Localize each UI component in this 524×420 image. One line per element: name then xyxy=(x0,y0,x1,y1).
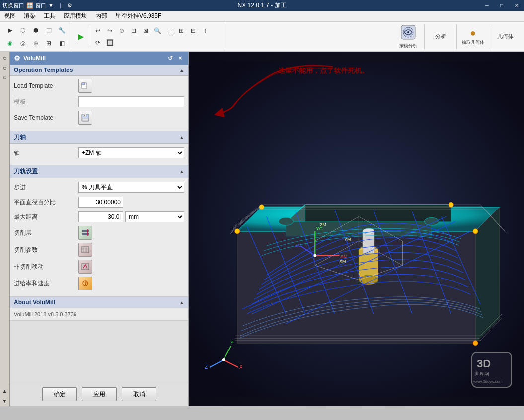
toolbar-play-btn[interactable]: ▶ xyxy=(74,30,88,44)
toolbar-separator xyxy=(424,24,425,49)
step-select[interactable]: % 刀具平直 xyxy=(78,182,184,193)
extract-geo-button[interactable]: ● 抽取几何体 xyxy=(458,24,488,50)
toolbar-btn-9[interactable]: ⊞ xyxy=(43,37,55,49)
toolbar-btn-4[interactable]: ◫ xyxy=(43,24,55,36)
minimize-button[interactable]: ─ xyxy=(479,0,494,11)
about-toggle[interactable]: ▲ xyxy=(179,300,184,305)
analysis-label: 按模分析 xyxy=(399,43,417,49)
non-cutting-label: 非切削移动 xyxy=(14,263,78,271)
window-switch-label: 切换窗口 xyxy=(2,2,24,9)
toolbar-small-6[interactable]: 🔍 xyxy=(152,25,163,36)
save-template-button[interactable] xyxy=(78,111,92,125)
analysis-icon xyxy=(400,24,416,42)
svg-line-61 xyxy=(224,360,238,367)
toolbar-small-1[interactable]: ↩ xyxy=(92,25,103,36)
panel-title-bar: ⚙ VoluMill ↺ × xyxy=(10,52,188,65)
step-label: 步进 xyxy=(14,183,78,192)
menu-internal[interactable]: 内部 xyxy=(91,11,111,21)
nx-gear-icon: ⚙ xyxy=(67,2,72,9)
toolbar-btn-2[interactable]: ⬡ xyxy=(17,24,29,36)
ok-button[interactable]: 确定 xyxy=(42,387,77,401)
toolbar-btn-1[interactable]: ▶ xyxy=(4,24,16,36)
left-panel-btn-2[interactable]: D xyxy=(0,64,9,72)
panel-close-icon[interactable]: × xyxy=(176,54,184,62)
toolbar-small-3[interactable]: ⊘ xyxy=(116,25,127,36)
max-distance-input[interactable] xyxy=(78,211,123,222)
svg-rect-10 xyxy=(84,115,85,116)
toolbar-small-11[interactable]: ⟳ xyxy=(92,37,103,48)
cutting-layer-label: 切削层 xyxy=(14,229,78,237)
svg-line-63 xyxy=(224,346,231,360)
cutting-params-label: 切削参数 xyxy=(14,246,78,254)
about-content: VoluMill 2018 v8.5.0.3736 xyxy=(10,308,188,320)
menu-plugin[interactable]: 星空外挂V6.935F xyxy=(111,11,165,21)
left-panel-btn-3[interactable]: B xyxy=(0,73,9,82)
toolbar-small-12[interactable]: 🔲 xyxy=(104,37,115,48)
toolbar-btn-6[interactable]: ◉ xyxy=(4,37,16,49)
axis-select[interactable]: +ZM 轴 xyxy=(78,147,184,158)
title-bar-controls: ─ □ ✕ xyxy=(479,0,524,11)
tool-axis-content: 轴 +ZM 轴 xyxy=(10,144,188,165)
toolpath-settings-section: 刀轨设置 ▲ 步进 % 刀具平直 平面直径百分比 最大距离 xyxy=(10,165,188,297)
left-panel-scroll-up[interactable]: ▲ xyxy=(0,386,9,395)
about-label: About VoluMill xyxy=(14,299,55,306)
operation-templates-header[interactable]: Operation Templates ▲ xyxy=(10,65,188,76)
svg-rect-9 xyxy=(82,118,88,121)
toolbar-section-left: ▶ ⬡ ⬢ ◫ 🔧 ◉ ◎ ⊕ ⊞ ◧ xyxy=(1,23,71,51)
maximize-button[interactable]: □ xyxy=(494,0,509,11)
cutting-layer-button[interactable] xyxy=(78,226,92,240)
menu-app-module[interactable]: 应用模块 xyxy=(60,11,91,21)
template-field-input[interactable] xyxy=(78,96,184,107)
watermark-svg: 3D 世界网 www.3dcyw.com xyxy=(469,350,519,395)
toolbar-btn-5[interactable]: 🔧 xyxy=(56,24,68,36)
cancel-button[interactable]: 取消 xyxy=(122,387,156,401)
main-layout: D D B ▲ ▼ ⚙ VoluMill ↺ × Operation Templ… xyxy=(0,52,524,406)
load-template-button[interactable] xyxy=(78,79,92,93)
toolbar-right-section: 按模分析 分析 ● 抽取几何体 几何体 xyxy=(393,24,524,50)
window-dropdown-icon[interactable]: ▼ xyxy=(48,2,54,8)
toolbar-small-7[interactable]: ⛶ xyxy=(164,25,175,36)
operation-templates-section: Operation Templates ▲ Load Template xyxy=(10,65,188,131)
left-panel-btn-1[interactable]: D xyxy=(0,54,9,63)
toolbar-btn-8[interactable]: ⊕ xyxy=(30,37,42,49)
toolbar-small-9[interactable]: ⊟ xyxy=(188,25,199,36)
about-header[interactable]: About VoluMill ▲ xyxy=(10,297,188,308)
toolpath-settings-header[interactable]: 刀轨设置 ▲ xyxy=(10,165,188,178)
watermark-logo: 3D 世界网 www.3dcyw.com xyxy=(469,350,519,396)
menu-view[interactable]: 视图 xyxy=(0,11,20,21)
toolbar-small-5[interactable]: ⊠ xyxy=(140,25,151,36)
cutting-params-button[interactable] xyxy=(78,243,92,257)
menu-tools[interactable]: 工具 xyxy=(40,11,60,21)
operation-templates-label: Operation Templates xyxy=(14,67,73,73)
toolbar-btn-10[interactable]: ◧ xyxy=(56,37,68,49)
svg-point-2 xyxy=(407,31,409,33)
apply-button[interactable]: 应用 xyxy=(82,387,117,401)
non-cutting-button[interactable] xyxy=(78,260,92,274)
toolpath-settings-toggle[interactable]: ▲ xyxy=(179,169,184,174)
left-panel-scroll-down[interactable]: ▼ xyxy=(0,396,9,405)
toolbar-small-2[interactable]: ↪ xyxy=(104,25,115,36)
operation-templates-toggle[interactable]: ▲ xyxy=(179,68,184,73)
toolbar-separator-2 xyxy=(456,24,457,49)
menu-render[interactable]: 渲染 xyxy=(20,11,40,21)
close-button[interactable]: ✕ xyxy=(509,0,524,11)
toolbar-btn-3[interactable]: ⬢ xyxy=(30,24,42,36)
3d-viewport[interactable]: XC YC ZC YM ZM XM xyxy=(189,52,524,406)
svg-point-58 xyxy=(473,229,478,234)
toolbar-small-8[interactable]: ⊞ xyxy=(176,25,187,36)
tool-axis-header[interactable]: 刀轴 ▲ xyxy=(10,131,188,144)
analysis-button[interactable]: 按模分析 xyxy=(393,24,423,50)
non-cutting-row: 非切削移动 xyxy=(14,260,184,274)
geometry-section-label: 几何体 xyxy=(490,24,520,50)
flat-diameter-input[interactable] xyxy=(78,197,123,208)
distance-unit-select[interactable]: mm xyxy=(125,211,184,222)
window-icon: 🪟 xyxy=(26,2,33,9)
volumill-panel: ⚙ VoluMill ↺ × Operation Templates ▲ Loa… xyxy=(10,52,189,406)
toolbar-small-10[interactable]: ↕ xyxy=(200,25,211,36)
panel-reset-icon[interactable]: ↺ xyxy=(166,54,174,62)
feed-rate-button[interactable] xyxy=(78,277,92,290)
tool-axis-toggle[interactable]: ▲ xyxy=(179,135,184,140)
toolbar-btn-7[interactable]: ◎ xyxy=(17,37,29,49)
toolbar-small-4[interactable]: ⊡ xyxy=(128,25,139,36)
load-template-row: Load Template xyxy=(14,79,184,93)
